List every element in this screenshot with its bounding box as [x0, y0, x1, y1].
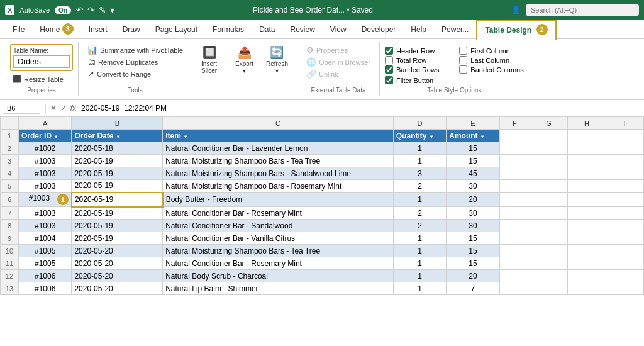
cell-10-1[interactable]: 2020-05-20	[72, 245, 163, 257]
convert-to-range-button[interactable]: ↗ Convert to Range	[84, 68, 155, 80]
tab-draw[interactable]: Draw	[115, 21, 148, 38]
cell-3-1[interactable]: 2020-05-19	[72, 155, 163, 167]
col-header-b[interactable]: B	[72, 117, 163, 130]
table-name-input[interactable]	[13, 55, 70, 68]
cell-6-4[interactable]: 20	[447, 193, 499, 207]
filter-button-checkbox[interactable]	[385, 76, 393, 84]
total-row-option[interactable]: Total Row	[385, 56, 449, 64]
header-amount[interactable]: Amount ▾	[447, 130, 499, 142]
cell-8-3[interactable]: 2	[393, 220, 446, 232]
banded-columns-option[interactable]: Banded Columns	[459, 65, 523, 74]
cell-10-2[interactable]: Natural Moisturizing Shampoo Bars - Tea …	[163, 245, 394, 257]
cell-12-3[interactable]: 1	[393, 270, 446, 282]
cell-10-3[interactable]: 1	[393, 245, 446, 257]
header-row-checkbox[interactable]	[385, 47, 393, 55]
cell-5-4[interactable]: 30	[447, 180, 499, 193]
tab-developer[interactable]: Developer	[354, 21, 404, 38]
tab-file[interactable]: File	[5, 21, 32, 38]
last-column-checkbox[interactable]	[459, 56, 467, 64]
cell-5-0[interactable]: #1003	[18, 180, 71, 193]
header-item[interactable]: Item ▾	[163, 130, 394, 142]
cell-11-0[interactable]: #1005	[18, 257, 71, 270]
redo-icon[interactable]: ↷	[87, 5, 95, 15]
cell-11-1[interactable]: 2020-05-20	[72, 257, 163, 270]
cell-5-2[interactable]: Natural Moisturizing Shampoo Bars - Rose…	[163, 180, 394, 193]
cell-9-4[interactable]: 15	[447, 232, 499, 245]
cell-3-4[interactable]: 15	[447, 155, 499, 167]
cell-4-0[interactable]: #1003	[18, 167, 71, 180]
remove-duplicates-button[interactable]: 🗂 Remove Duplicates	[84, 56, 162, 68]
cell-12-4[interactable]: 20	[447, 270, 499, 282]
cell-7-3[interactable]: 2	[393, 207, 446, 220]
col-header-a[interactable]: A	[18, 117, 71, 130]
tab-power[interactable]: Power...	[434, 21, 476, 38]
first-column-option[interactable]: First Column	[459, 47, 523, 55]
tab-review[interactable]: Review	[282, 21, 322, 38]
cell-10-4[interactable]: 15	[447, 245, 499, 257]
col-header-g[interactable]: G	[530, 117, 567, 130]
col-header-c[interactable]: C	[163, 117, 394, 130]
tab-page-layout[interactable]: Page Layout	[148, 21, 205, 38]
refresh-button[interactable]: 🔄 Refresh ▾	[262, 44, 292, 75]
cell-6-2[interactable]: Body Butter - Freedom	[163, 193, 394, 207]
cell-3-0[interactable]: #1003	[18, 155, 71, 167]
cell-7-1[interactable]: 2020-05-19	[72, 207, 163, 220]
banded-columns-checkbox[interactable]	[459, 65, 467, 74]
filter-button-option[interactable]: Filter Button	[385, 76, 433, 84]
cell-13-0[interactable]: #1006	[18, 282, 71, 295]
cell-2-4[interactable]: 15	[447, 142, 499, 155]
cell-4-2[interactable]: Natural Moisturizing Shampoo Bars - Sand…	[163, 167, 394, 180]
cell-6-3[interactable]: 1	[393, 193, 446, 207]
more-commands-icon[interactable]: ▾	[110, 5, 114, 15]
banded-rows-option[interactable]: Banded Rows	[385, 65, 449, 74]
col-header-h[interactable]: H	[568, 117, 606, 130]
cell-7-0[interactable]: #1003	[18, 207, 71, 220]
search-input[interactable]	[526, 4, 639, 16]
tab-insert[interactable]: Insert	[81, 21, 115, 38]
tab-home[interactable]: Home 3	[32, 20, 80, 39]
summarize-pivot-button[interactable]: 📊 Summarize with PivotTable	[84, 44, 187, 56]
first-column-checkbox[interactable]	[459, 47, 467, 55]
insert-function-icon[interactable]: fx	[70, 104, 76, 113]
cell-2-0[interactable]: #1002	[18, 142, 71, 155]
cell-9-3[interactable]: 1	[393, 232, 446, 245]
cell-9-2[interactable]: Natural Conditioner Bar - Vanilla Citrus	[163, 232, 394, 245]
cell-13-2[interactable]: Natural Lip Balm - Shimmer	[163, 282, 394, 295]
tab-help[interactable]: Help	[403, 21, 434, 38]
cell-3-2[interactable]: Natural Moisturizing Shampoo Bars - Tea …	[163, 155, 394, 167]
cell-8-0[interactable]: #1003	[18, 220, 71, 232]
cell-2-1[interactable]: 2020-05-18	[72, 142, 163, 155]
cell-11-3[interactable]: 1	[393, 257, 446, 270]
formula-input[interactable]	[79, 104, 641, 113]
export-button[interactable]: 📤 Export ▾	[231, 44, 257, 75]
cell-9-0[interactable]: #1004	[18, 232, 71, 245]
col-header-f[interactable]: F	[499, 117, 530, 130]
cell-10-0[interactable]: #1005	[18, 245, 71, 257]
cell-4-4[interactable]: 45	[447, 167, 499, 180]
last-column-option[interactable]: Last Column	[459, 56, 523, 64]
cell-6-1[interactable]: 2020-05-19	[72, 193, 163, 207]
cancel-formula-icon[interactable]: ✕	[50, 104, 57, 113]
autosave-toggle[interactable]: On	[55, 6, 71, 14]
cell-11-2[interactable]: Natural Conditioner Bar - Rosemary Mint	[163, 257, 394, 270]
cell-11-4[interactable]: 15	[447, 257, 499, 270]
cell-6-0[interactable]: #10031	[18, 193, 71, 207]
cell-7-4[interactable]: 30	[447, 207, 499, 220]
cell-2-2[interactable]: Natural Conditioner Bar - Lavender Lemon	[163, 142, 394, 155]
cell-7-2[interactable]: Natural Conditioner Bar - Rosemary Mint	[163, 207, 394, 220]
cell-12-1[interactable]: 2020-05-20	[72, 270, 163, 282]
header-order-id[interactable]: Order ID ▾	[18, 130, 71, 142]
tab-table-design[interactable]: Table Design 2	[476, 20, 556, 40]
col-header-e[interactable]: E	[447, 117, 499, 130]
banded-rows-checkbox[interactable]	[385, 65, 393, 74]
col-header-d[interactable]: D	[393, 117, 446, 130]
col-header-i[interactable]: I	[606, 117, 643, 130]
cell-8-2[interactable]: Natural Conditioner Bar - Sandalwood	[163, 220, 394, 232]
cell-13-1[interactable]: 2020-05-20	[72, 282, 163, 295]
cell-4-1[interactable]: 2020-05-19	[72, 167, 163, 180]
header-quantity[interactable]: Quantity ▾	[393, 130, 446, 142]
cell-12-2[interactable]: Natural Body Scrub - Charcoal	[163, 270, 394, 282]
cell-5-1[interactable]: 2020-05-19	[72, 180, 163, 193]
undo-icon[interactable]: ↶	[76, 5, 84, 15]
cell-8-1[interactable]: 2020-05-19	[72, 220, 163, 232]
